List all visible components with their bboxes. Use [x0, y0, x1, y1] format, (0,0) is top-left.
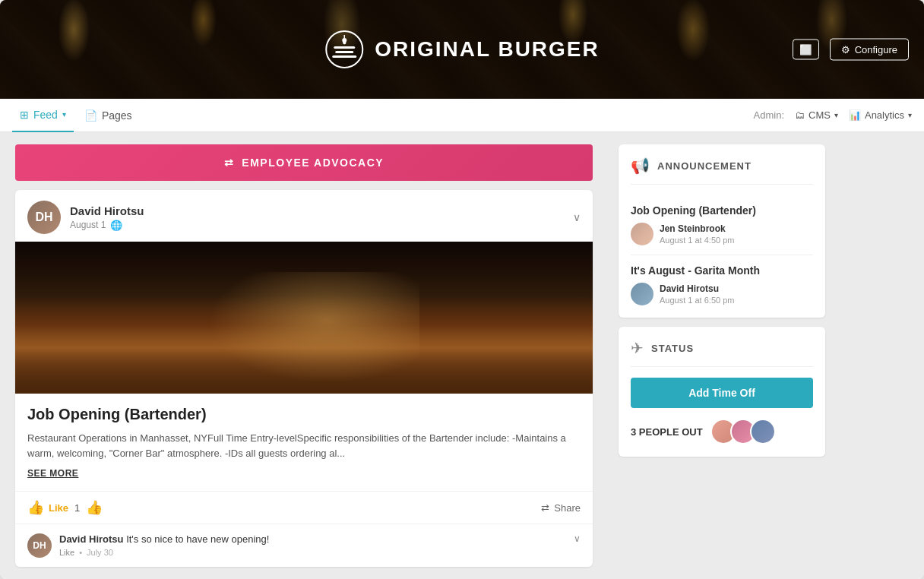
pages-icon: 📄 [84, 109, 97, 122]
post-options-chevron[interactable]: ∨ [573, 211, 581, 223]
post-author-name: David Hirotsu [70, 204, 144, 217]
svg-rect-2 [334, 46, 355, 49]
like-area: 👍 Like 1 👍 [27, 499, 103, 516]
post-author-avatar: DH [27, 201, 61, 234]
status-widget: ✈ STATUS Add Time Off 3 PEOPLE OUT [619, 327, 825, 457]
status-icon: ✈ [631, 339, 644, 357]
hero-banner: ● ORIGINAL BURGER ⚙ Configure ⬜ [0, 0, 924, 99]
post-meta: David Hirotsu August 1 🌐 [70, 204, 144, 231]
cms-icon: 🗂 [795, 109, 805, 121]
svg-rect-4 [332, 55, 356, 58]
analytics-icon: 📊 [849, 109, 861, 121]
announcement-widget-title: ANNOUNCEMENT [657, 160, 752, 172]
share-button[interactable]: ⇄ Share [541, 502, 581, 514]
expand-icon: ⬜ [799, 44, 812, 55]
comment-text: David Hirotsu It's so nice to have new o… [59, 533, 566, 545]
announcement-item: It's August - Garita Month David Hirotsu… [631, 255, 813, 305]
svg-rect-3 [335, 51, 353, 53]
share-icon: ⇄ [224, 157, 235, 169]
post-date: August 1 🌐 [70, 220, 144, 231]
post-comment: DH David Hirotsu It's so nice to have ne… [15, 524, 593, 567]
ann-1-avatar [631, 223, 653, 245]
hero-brand: ● ORIGINAL BURGER [324, 30, 600, 69]
announcement-icon: 📢 [631, 157, 650, 175]
comment-body: David Hirotsu It's so nice to have new o… [59, 533, 566, 557]
nav-feed[interactable]: ⊞ Feed ▾ [12, 99, 74, 132]
brand-logo: ● [324, 30, 364, 69]
post-image [15, 242, 593, 394]
post-title: Job Opening (Bartender) [27, 406, 581, 423]
like-button[interactable]: 👍 Like [27, 499, 68, 516]
expand-button[interactable]: ⬜ [793, 40, 819, 60]
main-content: ⇄ EMPLOYEE ADVOCACY DH David Hirotsu Aug… [0, 132, 924, 579]
thumb-up-count-icon: 👍 [86, 499, 103, 516]
feed-icon: ⊞ [20, 109, 29, 121]
sidebar: 📢 ANNOUNCEMENT Job Opening (Bartender) J… [608, 132, 836, 579]
nav-right: Admin: 🗂 CMS ▾ 📊 Analytics ▾ [754, 109, 912, 121]
people-out: 3 PEOPLE OUT [631, 419, 813, 445]
comment-options-chevron[interactable]: ∨ [574, 533, 581, 544]
analytics-caret: ▾ [908, 111, 912, 119]
gear-icon: ⚙ [841, 44, 850, 55]
nav-analytics[interactable]: 📊 Analytics ▾ [849, 109, 912, 121]
cms-caret: ▾ [834, 111, 838, 119]
announcement-item: Job Opening (Bartender) Jen Steinbrook A… [631, 195, 813, 255]
announcement-2-title[interactable]: It's August - Garita Month [631, 264, 813, 277]
people-out-label: 3 PEOPLE OUT [631, 426, 703, 438]
announcement-1-meta: Jen Steinbrook August 1 at 4:50 pm [631, 223, 813, 245]
comment-meta: Like • July 30 [59, 548, 566, 557]
admin-label: Admin: [754, 109, 784, 121]
post-header-left: DH David Hirotsu August 1 🌐 [27, 201, 144, 234]
status-widget-title: STATUS [651, 343, 694, 354]
nav-left: ⊞ Feed ▾ 📄 Pages [12, 99, 754, 132]
ann-2-avatar [631, 283, 653, 305]
nav-pages[interactable]: 📄 Pages [77, 99, 140, 132]
post-excerpt: Restaurant Operations in Manhasset, NYFu… [27, 431, 581, 460]
advocacy-banner[interactable]: ⇄ EMPLOYEE ADVOCACY [15, 144, 593, 181]
like-count: 1 [74, 502, 80, 514]
post-header: DH David Hirotsu August 1 🌐 ∨ [15, 190, 593, 242]
configure-button[interactable]: ⚙ Configure [830, 39, 909, 61]
post-body: Job Opening (Bartender) Restaurant Opera… [15, 394, 593, 491]
ann-2-author: David Hirotsu [660, 283, 734, 294]
post-actions: 👍 Like 1 👍 ⇄ Share [15, 491, 593, 524]
announcement-2-meta: David Hirotsu August 1 at 6:50 pm [631, 283, 813, 305]
announcement-widget: 📢 ANNOUNCEMENT Job Opening (Bartender) J… [619, 144, 825, 318]
post-card: DH David Hirotsu August 1 🌐 ∨ [15, 190, 593, 567]
comment-like-btn[interactable]: Like [59, 548, 74, 557]
comment-avatar: DH [27, 533, 52, 558]
ann-1-date: August 1 at 4:50 pm [660, 236, 734, 245]
announcement-widget-header: 📢 ANNOUNCEMENT [631, 157, 813, 185]
feed-caret: ▾ [62, 110, 66, 119]
nav-cms[interactable]: 🗂 CMS ▾ [795, 109, 838, 121]
globe-icon: 🌐 [110, 220, 122, 231]
add-time-off-button[interactable]: Add Time Off [631, 378, 813, 408]
ann-1-author: Jen Steinbrook [660, 223, 734, 234]
ann-1-info: Jen Steinbrook August 1 at 4:50 pm [660, 223, 734, 245]
ann-2-info: David Hirotsu August 1 at 6:50 pm [660, 283, 734, 305]
thumb-up-icon: 👍 [27, 499, 44, 516]
share-icon: ⇄ [541, 502, 549, 514]
nav-bar: ⊞ Feed ▾ 📄 Pages Admin: 🗂 CMS ▾ 📊 Analyt… [0, 99, 924, 132]
status-widget-header: ✈ STATUS [631, 339, 813, 367]
brand-name: ORIGINAL BURGER [375, 37, 600, 62]
people-avatars [710, 419, 776, 445]
ann-2-date: August 1 at 6:50 pm [660, 296, 734, 305]
person-avatar-3 [750, 419, 776, 445]
svg-point-5 [342, 38, 346, 43]
feed-column: ⇄ EMPLOYEE ADVOCACY DH David Hirotsu Aug… [0, 132, 608, 579]
see-more-link[interactable]: SEE MORE [27, 468, 581, 479]
announcement-1-title[interactable]: Job Opening (Bartender) [631, 204, 813, 217]
